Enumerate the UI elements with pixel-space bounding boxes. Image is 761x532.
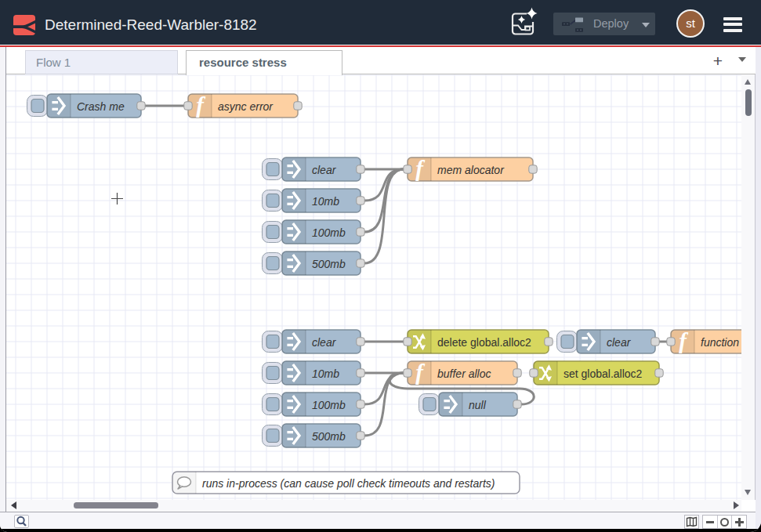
- svg-text:10mb: 10mb: [312, 367, 339, 380]
- svg-text:500mb: 500mb: [312, 430, 346, 443]
- svg-text:500mb: 500mb: [312, 258, 346, 270]
- svg-text:buffer alloc: buffer alloc: [437, 367, 491, 380]
- svg-text:100mb: 100mb: [312, 399, 346, 411]
- svg-text:clear: clear: [312, 336, 337, 349]
- svg-text:null: null: [469, 399, 487, 411]
- svg-text:set global.alloc2: set global.alloc2: [564, 367, 643, 380]
- svg-text:async error: async error: [218, 100, 274, 113]
- svg-text:function: function: [701, 336, 739, 349]
- svg-text:mem alocator: mem alocator: [437, 164, 505, 176]
- svg-text:delete global.alloc2: delete global.alloc2: [437, 336, 531, 349]
- svg-text:Crash me: Crash me: [77, 100, 125, 113]
- svg-text:10mb: 10mb: [312, 195, 339, 208]
- svg-text:100mb: 100mb: [312, 226, 346, 239]
- svg-text:clear: clear: [607, 336, 632, 349]
- svg-text:clear: clear: [312, 164, 337, 176]
- svg-text:runs in-process (can cause pol: runs in-process (can cause poll check ti…: [202, 477, 495, 490]
